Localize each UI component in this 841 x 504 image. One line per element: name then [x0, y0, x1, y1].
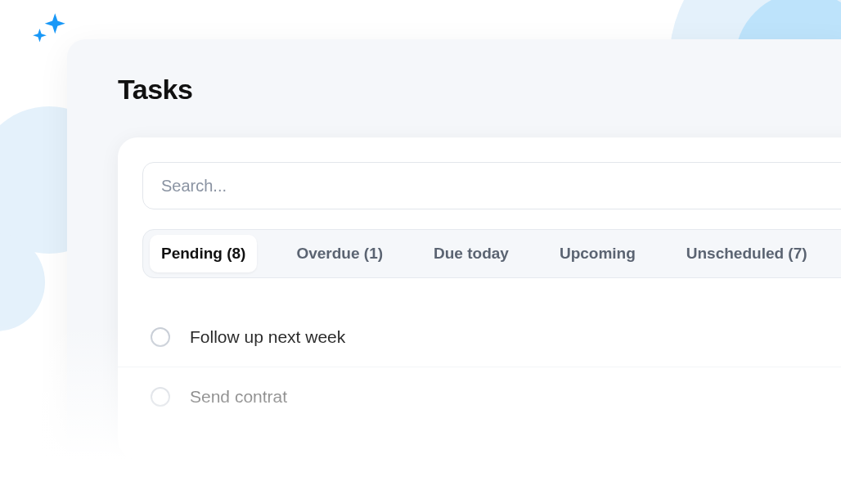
task-checkbox[interactable]: [151, 387, 170, 407]
tab-due-today[interactable]: Due today: [422, 235, 520, 272]
task-checkbox[interactable]: [151, 327, 170, 347]
tab-upcoming[interactable]: Upcoming: [548, 235, 647, 272]
tab-pending[interactable]: Pending (8): [150, 235, 257, 272]
task-title: Send contrat: [190, 387, 287, 407]
tasks-card: Pending (8) Overdue (1) Due today Upcomi…: [118, 137, 841, 459]
sparkle-icon: [29, 10, 70, 51]
task-list: Follow up next week Send contrat: [142, 308, 841, 426]
task-title: Follow up next week: [190, 327, 345, 347]
page-title: Tasks: [118, 74, 192, 106]
task-row[interactable]: Follow up next week: [151, 308, 841, 367]
tasks-panel: Tasks Pending (8) Overdue (1) Due today …: [67, 39, 841, 504]
task-row[interactable]: Send contrat: [118, 367, 841, 426]
tab-unscheduled[interactable]: Unscheduled (7): [675, 235, 819, 272]
search-input[interactable]: [142, 162, 841, 209]
tab-bar: Pending (8) Overdue (1) Due today Upcomi…: [142, 229, 841, 278]
tab-overdue[interactable]: Overdue (1): [285, 235, 394, 272]
